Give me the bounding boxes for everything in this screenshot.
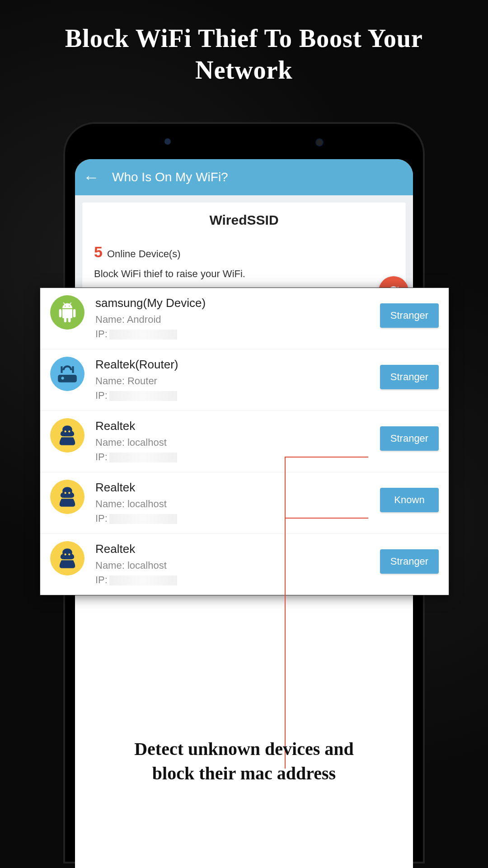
device-ip: IP: xyxy=(95,574,380,586)
device-info: RealtekName: localhostIP: xyxy=(95,480,380,527)
device-row[interactable]: RealtekName: localhostIP:Known xyxy=(40,472,449,534)
device-name: Name: Router xyxy=(95,375,380,387)
promo-headline: Block WiFi Thief To Boost Your Network xyxy=(0,23,488,86)
app-bar: ← Who Is On My WiFi? xyxy=(75,159,413,195)
promo-caption: Detect unknown devices and block their m… xyxy=(63,737,425,786)
device-status-button[interactable]: Known xyxy=(380,488,439,512)
promo-caption-line2: block their mac address xyxy=(152,763,336,783)
device-ip: IP: xyxy=(95,451,380,463)
back-arrow-icon[interactable]: ← xyxy=(83,168,99,187)
phone-sensors xyxy=(63,138,425,147)
proximity-sensor-icon xyxy=(164,138,171,145)
router-icon xyxy=(50,357,84,391)
device-title: Realtek xyxy=(95,419,380,433)
online-count-label: Online Device(s) xyxy=(107,248,181,260)
device-title: Realtek xyxy=(95,481,380,495)
online-count: 5 xyxy=(94,243,103,261)
device-ip: IP: xyxy=(95,390,380,401)
android-icon xyxy=(50,295,84,330)
device-status-button[interactable]: Stranger xyxy=(380,426,439,451)
summary-subtext: Block WiFi thief to raise your WiFi. xyxy=(94,268,394,280)
device-row[interactable]: samsung(My Device)Name: AndroidIP:Strang… xyxy=(40,288,449,349)
ip-redacted xyxy=(109,514,177,524)
network-summary-card: WiredSSID 5 Online Device(s) Block WiFi … xyxy=(82,203,406,291)
ssid-label: WiredSSID xyxy=(94,212,394,228)
front-camera-icon xyxy=(315,138,324,146)
ip-redacted xyxy=(109,576,177,585)
device-name: Name: localhost xyxy=(95,498,380,510)
device-status-button[interactable]: Stranger xyxy=(380,549,439,574)
ip-redacted xyxy=(109,391,177,401)
device-name: Name: localhost xyxy=(95,437,380,448)
ip-redacted xyxy=(109,330,177,340)
device-list: samsung(My Device)Name: AndroidIP:Strang… xyxy=(40,288,449,595)
device-info: RealtekName: localhostIP: xyxy=(95,541,380,589)
device-title: Realtek xyxy=(95,542,380,556)
app-title: Who Is On My WiFi? xyxy=(112,170,228,184)
promo-headline-line2: Network xyxy=(195,56,292,84)
device-info: Realtek(Router)Name: RouterIP: xyxy=(95,357,380,404)
device-name: Name: Android xyxy=(95,314,380,326)
stranger-icon xyxy=(50,418,84,453)
device-row[interactable]: Realtek(Router)Name: RouterIP:Stranger xyxy=(40,349,449,411)
promo-caption-line1: Detect unknown devices and xyxy=(134,739,354,759)
device-ip: IP: xyxy=(95,513,380,524)
device-row[interactable]: RealtekName: localhostIP:Stranger xyxy=(40,534,449,595)
device-title: samsung(My Device) xyxy=(95,296,380,310)
promo-headline-line1: Block WiFi Thief To Boost Your xyxy=(65,24,423,52)
stranger-icon xyxy=(50,480,84,514)
device-ip: IP: xyxy=(95,328,380,340)
device-title: Realtek(Router) xyxy=(95,358,380,372)
device-status-button[interactable]: Stranger xyxy=(380,365,439,389)
device-info: samsung(My Device)Name: AndroidIP: xyxy=(95,295,380,343)
online-count-row: 5 Online Device(s) xyxy=(94,243,394,261)
device-row[interactable]: RealtekName: localhostIP:Stranger xyxy=(40,411,449,472)
stranger-icon xyxy=(50,541,84,576)
device-name: Name: localhost xyxy=(95,560,380,571)
ip-redacted xyxy=(109,453,177,462)
device-info: RealtekName: localhostIP: xyxy=(95,418,380,466)
device-status-button[interactable]: Stranger xyxy=(380,303,439,328)
